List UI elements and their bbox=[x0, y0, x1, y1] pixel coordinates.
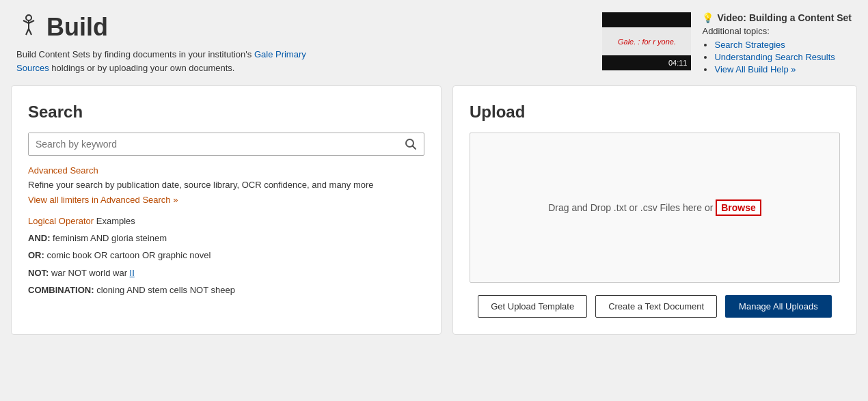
logical-operator-link[interactable]: Logical Operator bbox=[28, 216, 94, 226]
page-description: Build Content Sets by finding documents … bbox=[16, 48, 331, 74]
page-title: Build bbox=[46, 13, 108, 42]
list-item: Search Strategies bbox=[714, 39, 852, 50]
svg-line-5 bbox=[29, 29, 31, 35]
advanced-search-link[interactable]: Advanced Search bbox=[28, 165, 424, 176]
or-operator: OR: bbox=[28, 250, 44, 260]
video-subtitle: Additional topics: bbox=[702, 26, 852, 36]
svg-point-0 bbox=[26, 15, 31, 20]
logical-title: Logical Operator Examples bbox=[28, 216, 424, 226]
logical-combination-example: COMBINATION: cloning AND stem cells NOT … bbox=[28, 284, 424, 297]
upload-card-title: Upload bbox=[470, 102, 840, 122]
build-icon bbox=[16, 12, 41, 42]
video-thumbnail[interactable]: Gale. : for r yone. 04:11 bbox=[602, 12, 691, 70]
video-preview-text: Gale. : for r yone. bbox=[618, 38, 676, 46]
svg-line-7 bbox=[413, 146, 416, 150]
logical-not-example: NOT: war NOT world war II bbox=[28, 266, 424, 280]
svg-line-4 bbox=[26, 29, 29, 35]
video-bottom-bar: 04:11 bbox=[602, 55, 691, 70]
header-right: Gale. : for r yone. 04:11 💡 Video: Build… bbox=[602, 12, 852, 76]
not-operator: NOT: bbox=[28, 268, 49, 278]
get-upload-template-button[interactable]: Get Upload Template bbox=[478, 295, 587, 318]
title-row: Build bbox=[16, 12, 331, 42]
video-duration: 04:11 bbox=[668, 59, 688, 67]
main-content: Search Advanced Search Refine your searc… bbox=[0, 85, 868, 348]
search-card: Search Advanced Search Refine your searc… bbox=[11, 85, 442, 335]
list-item: Understanding Search Results bbox=[714, 51, 852, 62]
page-header: Build Build Content Sets by finding docu… bbox=[0, 0, 868, 85]
upload-card: Upload Drag and Drop .txt or .csv Files … bbox=[452, 85, 857, 335]
logical-and-example: AND: feminism AND gloria steinem bbox=[28, 232, 424, 245]
video-content: Gale. : for r yone. bbox=[602, 27, 691, 56]
understanding-results-link[interactable]: Understanding Search Results bbox=[714, 52, 835, 62]
search-card-title: Search bbox=[28, 102, 424, 122]
manage-all-uploads-button[interactable]: Manage All Uploads bbox=[725, 295, 832, 318]
dropzone-text: Drag and Drop .txt or .csv Files here or bbox=[548, 202, 713, 213]
search-button[interactable] bbox=[398, 134, 424, 154]
search-strategies-link[interactable]: Search Strategies bbox=[714, 40, 785, 50]
search-description: Refine your search by publication date, … bbox=[28, 178, 424, 192]
header-left: Build Build Content Sets by finding docu… bbox=[16, 12, 331, 74]
upload-dropzone[interactable]: Drag and Drop .txt or .csv Files here or… bbox=[470, 133, 840, 283]
world-war-ii-link[interactable]: II bbox=[130, 268, 135, 278]
video-top-bar bbox=[602, 12, 691, 27]
browse-button[interactable]: Browse bbox=[716, 199, 761, 216]
video-info-title: 💡 Video: Building a Content Set bbox=[702, 12, 852, 23]
logical-section: Logical Operator Examples AND: feminism … bbox=[28, 216, 424, 297]
video-links-list: Search Strategies Understanding Search R… bbox=[702, 39, 852, 74]
view-limiters-link[interactable]: View all limiters in Advanced Search » bbox=[28, 195, 424, 205]
video-info: 💡 Video: Building a Content Set Addition… bbox=[702, 12, 852, 76]
search-icon bbox=[405, 138, 417, 150]
search-input-row bbox=[28, 133, 424, 156]
and-operator: AND: bbox=[28, 233, 51, 243]
combination-operator: COMBINATION: bbox=[28, 285, 94, 295]
bulb-icon: 💡 bbox=[702, 12, 714, 23]
upload-actions: Get Upload Template Create a Text Docume… bbox=[470, 295, 840, 318]
logical-or-example: OR: comic book OR cartoon OR graphic nov… bbox=[28, 249, 424, 262]
view-all-help-link[interactable]: View All Build Help » bbox=[714, 64, 796, 74]
create-text-document-button[interactable]: Create a Text Document bbox=[595, 295, 717, 318]
list-item: View All Build Help » bbox=[714, 64, 852, 74]
search-input[interactable] bbox=[29, 133, 398, 155]
